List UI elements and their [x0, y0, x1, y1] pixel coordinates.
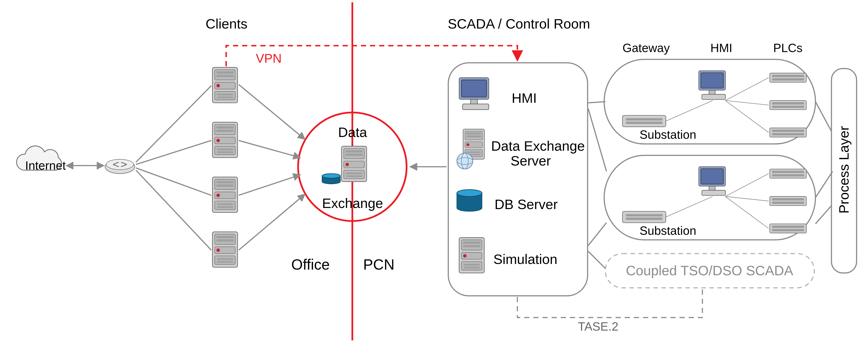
svg-line-48	[588, 251, 606, 269]
scada-db-icon	[457, 190, 482, 212]
svg-line-36	[725, 196, 769, 228]
scada-sim-server-icon	[459, 238, 484, 273]
label-gateway: Gateway	[622, 41, 670, 55]
label-substation1: Substation	[640, 128, 696, 142]
diagram-canvas: Clients SCADA / Control Room Gateway HMI…	[0, 0, 868, 343]
svg-line-38	[136, 141, 211, 164]
svg-line-30	[725, 78, 769, 101]
label-dxs2: Server	[510, 153, 551, 169]
svg-line-45	[588, 102, 606, 103]
data-exchange-disk-icon	[322, 174, 340, 184]
label-plcs: PLCs	[773, 41, 803, 55]
label-substation2: Substation	[640, 224, 696, 238]
substation-2-group	[604, 155, 815, 240]
scada-hmi-icon	[459, 78, 489, 110]
label-hmi: HMI	[512, 90, 537, 106]
label-exchange: Exchange	[322, 195, 383, 211]
client-server-2-icon	[213, 122, 238, 158]
label-office: Office	[291, 256, 330, 274]
svg-line-29	[666, 101, 713, 121]
label-scada-room: SCADA / Control Room	[448, 16, 590, 32]
client-server-3-icon	[213, 177, 238, 213]
svg-line-37	[136, 86, 211, 162]
substation-1-group	[604, 59, 815, 144]
svg-line-44	[239, 194, 305, 250]
client-server-1-icon	[213, 67, 238, 103]
label-simulation: Simulation	[493, 251, 557, 267]
svg-line-50	[815, 172, 833, 198]
tase2-link	[518, 289, 703, 317]
client-server-4-icon	[213, 232, 238, 268]
svg-line-51	[815, 206, 831, 224]
svg-line-46	[588, 108, 607, 171]
svg-line-41	[239, 85, 305, 139]
scada-dxs-globe-icon	[457, 153, 473, 169]
svg-line-35	[725, 196, 769, 201]
label-clients: Clients	[206, 16, 247, 32]
label-internet: Internet	[25, 159, 66, 173]
label-coupled: Coupled TSO/DSO SCADA	[626, 262, 793, 279]
svg-line-42	[239, 141, 300, 158]
svg-line-33	[666, 196, 713, 217]
label-pcn: PCN	[363, 256, 395, 274]
svg-line-34	[725, 174, 769, 196]
label-hmi-col: HMI	[710, 41, 732, 55]
label-vpn: VPN	[256, 52, 282, 66]
data-exchange-server-icon	[341, 146, 367, 182]
router-icon	[105, 159, 135, 174]
svg-line-32	[725, 101, 769, 133]
svg-line-49	[815, 102, 831, 131]
label-tase2: TASE.2	[578, 320, 618, 334]
svg-line-43	[239, 175, 300, 195]
label-db-server: DB Server	[495, 196, 558, 212]
svg-line-47	[588, 223, 607, 246]
label-process-layer: Process Layer	[836, 126, 852, 213]
svg-line-31	[725, 101, 769, 105]
label-dxs1: Data Exchange	[491, 138, 585, 154]
label-data: Data	[338, 125, 367, 141]
